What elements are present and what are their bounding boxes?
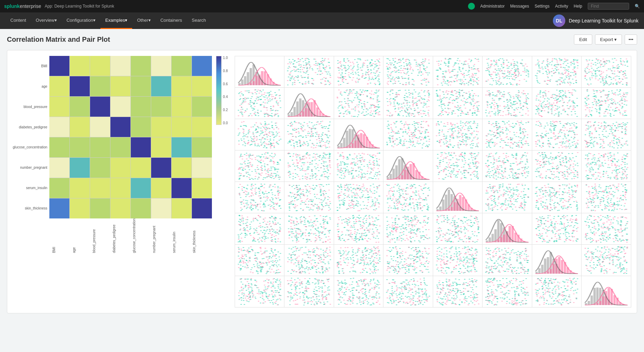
nav-overview[interactable]: Overview ▾	[31, 12, 62, 29]
pair-cell-2-2	[334, 119, 383, 150]
pair-cell-4-7	[582, 182, 631, 213]
admin-label[interactable]: Administrator	[480, 4, 505, 9]
activity-label[interactable]: Activity	[555, 4, 568, 9]
app-name-label: App: Deep Learning Toolkit for Splunk	[45, 4, 114, 9]
pair-cell-4-3	[383, 182, 433, 213]
export-button[interactable]: Export ▾	[595, 35, 622, 45]
matrix-cell-4-7	[192, 137, 212, 157]
matrix-cell-1-3	[110, 76, 130, 96]
app-title-text: Deep Learning Toolkit for Splunk	[569, 18, 638, 23]
pair-cell-6-1	[284, 245, 334, 276]
pair-plot-grid	[235, 56, 631, 307]
chevron-down-icon: ▾	[614, 37, 617, 42]
splunk-logo[interactable]: splunkenterprise	[4, 3, 41, 9]
pair-cell-1-2	[334, 88, 383, 119]
pair-cell-7-2	[334, 276, 383, 307]
settings-label[interactable]: Settings	[535, 4, 549, 9]
matrix-cell-4-1	[70, 137, 90, 157]
matrix-cell-4-0	[49, 137, 69, 157]
matrix-cell-4-5	[151, 137, 171, 157]
matrix-cell-0-1	[70, 56, 90, 76]
nav-containers[interactable]: Containers	[156, 12, 187, 29]
pair-cell-0-0	[235, 56, 284, 87]
pair-cell-1-4	[433, 88, 482, 119]
page-header: Correlation Matrix and Pair Plot Edit Ex…	[7, 35, 637, 45]
pair-cell-6-4	[433, 245, 482, 276]
pair-cell-0-6	[532, 56, 582, 87]
matrix-cell-2-5	[151, 97, 171, 117]
matrix-cell-3-6	[172, 117, 192, 137]
matrix-cell-7-1	[70, 198, 90, 218]
pair-cell-1-0	[235, 88, 284, 119]
pair-cell-7-0	[235, 276, 284, 307]
page-title: Correlation Matrix and Pair Plot	[7, 36, 110, 43]
pair-cell-3-6	[532, 150, 582, 182]
page-actions: Edit Export ▾ •••	[574, 35, 637, 45]
matrix-cell-3-5	[151, 117, 171, 137]
x-label-st: skin_thickness	[184, 218, 204, 254]
matrix-cell-2-3	[110, 97, 130, 117]
pair-cell-0-3	[383, 56, 433, 87]
matrix-cell-0-6	[172, 56, 192, 76]
matrix-cell-4-4	[131, 137, 151, 157]
pair-cell-0-1	[284, 56, 334, 87]
matrix-cell-1-0	[49, 76, 69, 96]
matrix-cell-5-4	[131, 158, 151, 178]
nav-content[interactable]: Content	[6, 12, 31, 29]
y-label-bp: blood_pressure	[13, 97, 47, 117]
matrix-cell-7-4	[131, 198, 151, 218]
admin-circle	[468, 3, 475, 10]
pair-cell-7-5	[482, 276, 532, 307]
y-label-st: skin_thickness	[13, 198, 47, 218]
matrix-cell-4-3	[110, 137, 130, 157]
matrix-cell-5-6	[172, 158, 192, 178]
colorbar-labels: 1.0 0.8 0.6 0.4 0.2 0.0	[222, 56, 228, 125]
pair-cell-1-6	[532, 88, 582, 119]
ellipsis-icon: •••	[628, 37, 633, 42]
nav-other[interactable]: Other ▾	[132, 12, 156, 29]
y-label-age: age	[13, 76, 47, 96]
pair-cell-5-6	[532, 213, 582, 244]
pair-cell-7-7	[582, 276, 631, 307]
y-label-si: serum_insulin	[13, 178, 47, 198]
top-navigation-bar: splunkenterprise App: Deep Learning Tool…	[0, 0, 644, 12]
colorbar-gradient	[216, 56, 222, 125]
edit-button[interactable]: Edit	[574, 35, 592, 45]
pair-cell-6-6	[532, 245, 582, 276]
pair-cell-2-4	[433, 119, 482, 150]
matrix-cell-3-7	[192, 117, 212, 137]
more-options-button[interactable]: •••	[625, 35, 637, 45]
matrix-cell-2-2	[90, 97, 110, 117]
search-icon: 🔍	[635, 4, 640, 9]
matrix-grid	[49, 56, 212, 218]
matrix-cell-6-7	[192, 178, 212, 198]
pair-cell-2-0	[235, 119, 284, 150]
pair-cell-3-7	[582, 150, 631, 182]
help-label[interactable]: Help	[574, 4, 582, 9]
matrix-cell-2-1	[70, 97, 90, 117]
messages-label[interactable]: Messages	[510, 4, 529, 9]
nav-configuration[interactable]: Configuration ▾	[62, 12, 100, 29]
y-label-gc: glucose_concentration	[13, 137, 47, 157]
y-label-bmi: BMI	[13, 56, 47, 76]
pair-cell-2-7	[582, 119, 631, 150]
find-input[interactable]	[588, 3, 629, 10]
pair-cell-3-2	[334, 150, 383, 182]
top-bar-right: Administrator Messages Settings Activity…	[468, 3, 640, 10]
matrix-cell-7-7	[192, 198, 212, 218]
matrix-cell-6-1	[70, 178, 90, 198]
correlation-matrix: BMI age blood_pressure diabetes_pedigree…	[13, 56, 228, 307]
nav-examples[interactable]: Examples ▾	[100, 12, 132, 29]
matrix-cell-5-0	[49, 158, 69, 178]
matrix-cell-5-3	[110, 158, 130, 178]
matrix-cell-0-2	[90, 56, 110, 76]
matrix-cell-7-6	[172, 198, 192, 218]
matrix-cell-6-6	[172, 178, 192, 198]
nav-search[interactable]: Search	[187, 12, 211, 29]
pair-cell-4-0	[235, 182, 284, 213]
matrix-cell-0-5	[151, 56, 171, 76]
x-axis-labels: BMI age blood_pressure diabetes_pedigree…	[13, 218, 228, 254]
pair-cell-5-1	[284, 213, 334, 244]
pair-cell-1-3	[383, 88, 433, 119]
matrix-cell-2-7	[192, 97, 212, 117]
